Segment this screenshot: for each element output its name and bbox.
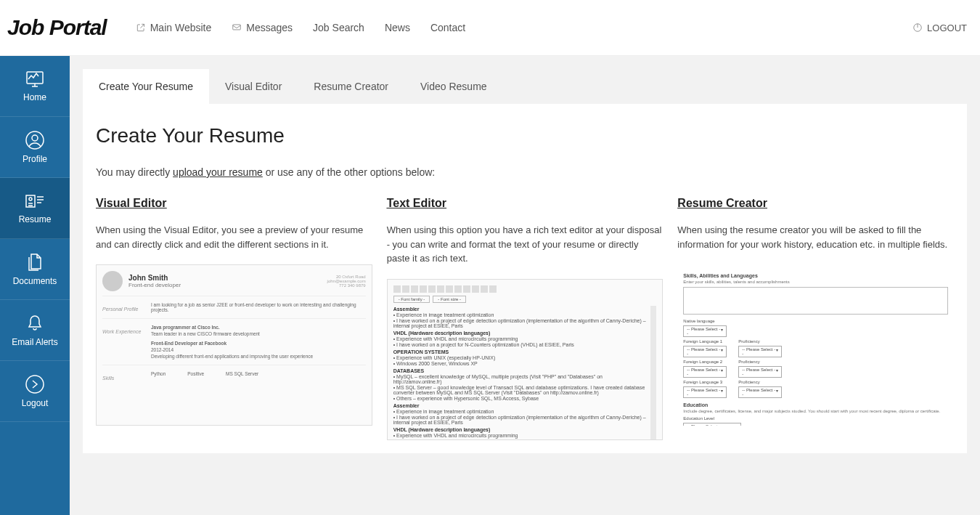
page-title: Create Your Resume	[96, 124, 954, 147]
resume-creator-thumbnail[interactable]: Skills, Abilities and Languages Enter yo…	[677, 264, 954, 426]
sidebar-label: Profile	[23, 154, 47, 164]
nav-messages-label: Messages	[246, 22, 293, 33]
top-header: Job Portal Main Website Messages Job Sea…	[0, 0, 980, 56]
arrow-circle-icon	[25, 375, 44, 394]
sidebar-label: Email Alerts	[12, 337, 57, 347]
brand-logo[interactable]: Job Portal	[7, 15, 107, 40]
content-area: Create Your Resume Visual Editor Resume …	[70, 56, 980, 515]
text-editor-desc: When using this option you have a rich t…	[387, 223, 663, 266]
power-icon	[912, 23, 923, 33]
sidebar-item-email-alerts[interactable]: Email Alerts	[0, 300, 70, 361]
sidebar-item-resume[interactable]: Resume	[0, 178, 70, 239]
visual-editor-thumbnail[interactable]: John Smith Front-end developer 20 Oxfort…	[96, 264, 372, 426]
svg-rect-0	[233, 25, 241, 30]
sidebar-item-home[interactable]: Home	[0, 56, 70, 117]
nav-contact[interactable]: Contact	[430, 22, 465, 33]
nav-main-website[interactable]: Main Website	[136, 22, 212, 33]
tab-visual-editor[interactable]: Visual Editor	[209, 69, 298, 104]
sidebar-item-documents[interactable]: Documents	[0, 239, 70, 300]
upload-resume-link[interactable]: upload your resume	[173, 166, 263, 178]
text-editor-link[interactable]: Text Editor	[387, 197, 446, 209]
svg-point-4	[32, 135, 38, 141]
sidebar-item-profile[interactable]: Profile	[0, 117, 70, 178]
sidebar-label: Resume	[19, 214, 52, 224]
sidebar-label: Documents	[13, 276, 57, 286]
col-visual-editor: Visual Editor When using the Visual Edit…	[96, 197, 372, 440]
sidebar-label: Home	[23, 92, 46, 102]
nav-messages[interactable]: Messages	[232, 22, 293, 33]
bell-icon	[26, 314, 44, 333]
nav-main-website-label: Main Website	[150, 22, 212, 33]
scrollbar-icon	[650, 306, 656, 440]
visual-editor-desc: When using the Visual Editor, you see a …	[96, 223, 372, 251]
documents-icon	[26, 253, 44, 272]
resume-icon	[24, 192, 46, 210]
external-link-icon	[136, 23, 146, 33]
sidebar-label: Logout	[22, 398, 49, 408]
resume-creator-link[interactable]: Resume Creator	[677, 197, 767, 209]
nav-job-search[interactable]: Job Search	[313, 22, 364, 33]
chart-presentation-icon	[24, 70, 46, 88]
rte-toolbar-icon	[393, 285, 657, 293]
tab-resume-creator[interactable]: Resume Creator	[298, 69, 404, 104]
sidebar: Home Profile Resume Documents Email Aler…	[0, 56, 70, 515]
options-columns: Visual Editor When using the Visual Edit…	[96, 197, 954, 440]
tab-create-resume[interactable]: Create Your Resume	[83, 69, 209, 104]
user-circle-icon	[25, 131, 44, 150]
message-icon	[232, 23, 242, 33]
sidebar-item-logout[interactable]: Logout	[0, 361, 70, 422]
col-text-editor: Text Editor When using this option you h…	[387, 197, 663, 440]
svg-point-6	[29, 198, 32, 200]
svg-point-7	[26, 376, 44, 393]
visual-editor-link[interactable]: Visual Editor	[96, 197, 167, 209]
resume-creator-desc: When using the resume creator you will b…	[677, 223, 954, 251]
textarea-icon	[683, 287, 948, 315]
text-editor-thumbnail[interactable]: - Font family -- Font size - Assembler E…	[387, 279, 663, 440]
avatar-icon	[102, 271, 123, 291]
intro-text: You may directly upload your resume or u…	[96, 166, 954, 178]
tabs: Create Your Resume Visual Editor Resume …	[83, 69, 967, 104]
panel: Create Your Resume You may directly uplo…	[83, 104, 967, 453]
tab-video-resume[interactable]: Video Resume	[404, 69, 503, 104]
col-resume-creator: Resume Creator When using the resume cre…	[677, 197, 954, 440]
top-logout-label: LOGOUT	[927, 23, 967, 33]
top-logout[interactable]: LOGOUT	[912, 23, 967, 33]
top-nav: Main Website Messages Job Search News Co…	[136, 22, 465, 33]
nav-news[interactable]: News	[385, 22, 410, 33]
